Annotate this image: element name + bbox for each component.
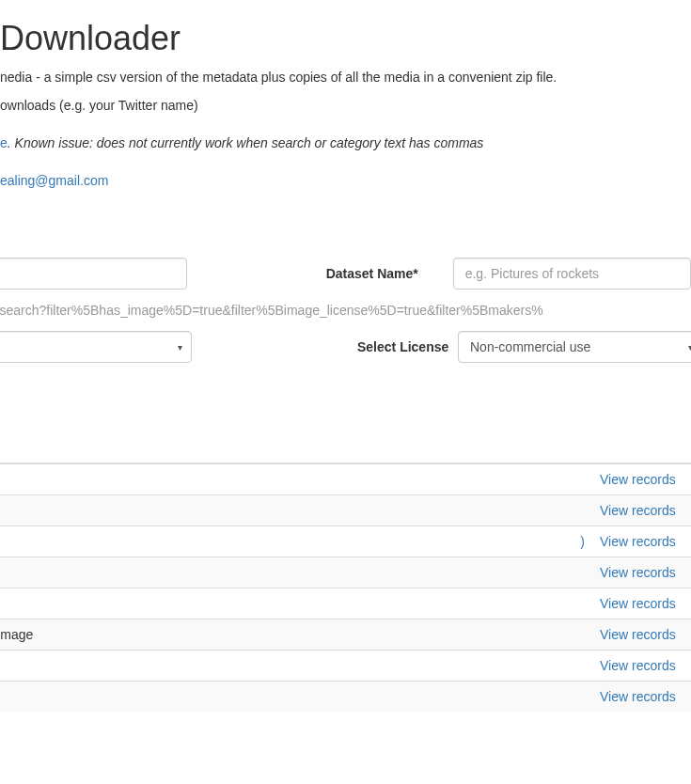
table-cell-text — [0, 557, 592, 588]
table-row: View records — [0, 463, 691, 495]
page-title: Downloader — [0, 19, 691, 58]
table-row: View records — [0, 588, 691, 619]
link-fragment[interactable]: e — [0, 135, 8, 150]
table-row: nce Museum that has an image View record… — [0, 619, 691, 651]
results-table: Search url View records View records ) V… — [0, 432, 691, 712]
table-row: View records — [0, 682, 691, 713]
row-link-fragment[interactable]: ) — [580, 534, 585, 549]
form-row-license: Select License Non-commercial use — [0, 331, 691, 363]
table-cell-text: ) — [0, 526, 592, 557]
table-cell-text — [0, 682, 592, 713]
description-line-2: ownloads (e.g. your Twitter name) — [0, 98, 691, 113]
table-header-url: Search url — [0, 432, 691, 463]
view-records-link[interactable]: View records — [600, 534, 676, 549]
contact-email-link[interactable]: ealing@gmail.com — [0, 173, 108, 188]
left-select[interactable] — [0, 331, 192, 363]
license-label: Select License — [357, 339, 458, 354]
contact-line: ealing@gmail.com — [0, 173, 691, 188]
form-row-name: Dataset Name* — [0, 258, 691, 290]
table-cell-text — [0, 651, 592, 682]
view-records-link[interactable]: View records — [600, 658, 676, 673]
view-records-link[interactable]: View records — [600, 596, 676, 611]
view-records-link[interactable]: View records — [600, 472, 676, 487]
table-row: View records — [0, 651, 691, 682]
table-row: ) View records — [0, 526, 691, 557]
table-cell-text — [0, 495, 592, 526]
url-preview-text: n.sciencemuseum.org.uk/search?filter%5Bh… — [0, 303, 691, 318]
view-records-link[interactable]: View records — [600, 689, 676, 704]
dataset-name-label: Dataset Name* — [326, 266, 453, 281]
table-cell-text — [0, 463, 592, 495]
table-row: View records — [0, 557, 691, 588]
view-records-link[interactable]: View records — [600, 503, 676, 518]
table-row: View records — [0, 495, 691, 526]
description-line-1: nedia - a simple csv version of the meta… — [0, 70, 691, 85]
description-line-3: e. Known issue: does not currently work … — [0, 135, 691, 150]
view-records-link[interactable]: View records — [600, 565, 676, 580]
table-cell-text — [0, 588, 592, 619]
view-records-link[interactable]: View records — [600, 627, 676, 642]
left-input[interactable] — [0, 258, 187, 290]
known-issue-text: . Known issue: does not currently work w… — [8, 135, 484, 150]
table-cell-text: nce Museum that has an image — [0, 619, 592, 651]
license-select[interactable]: Non-commercial use — [458, 331, 691, 363]
dataset-name-input[interactable] — [453, 258, 691, 290]
